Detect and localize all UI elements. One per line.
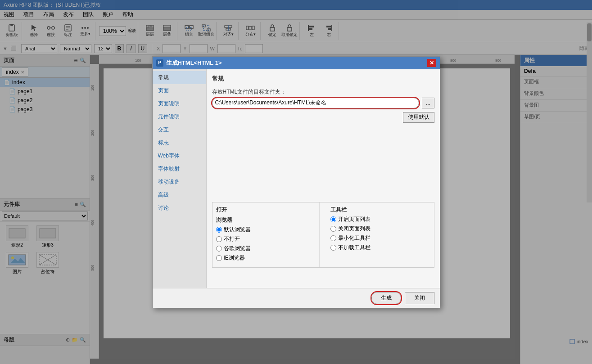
modal-close-x-btn[interactable]: ✕: [427, 59, 436, 67]
radio-default-browser: 默认浏览器: [216, 226, 316, 234]
radio-open-pagelist: 开启页面列表: [330, 216, 430, 223]
modal-toolbar-title: 工具栏: [330, 206, 430, 214]
modal-title: 生成HTML<HTML 1>: [166, 59, 222, 67]
modal-sidebar-logo[interactable]: 标志: [153, 136, 206, 149]
modal-generate-btn[interactable]: 生成: [371, 292, 401, 304]
modal-footer: 生成 关闭: [153, 288, 440, 308]
generate-html-modal: P 生成HTML<HTML 1> ✕ 常规 页面 页面说明 元件说明: [152, 56, 440, 308]
modal-icon: P: [156, 59, 163, 67]
modal-sidebar-page-note[interactable]: 页面说明: [153, 97, 206, 110]
modal-toolbar-group: 工具栏 开启页面列表 关闭页面列表 最小化工具栏: [327, 202, 434, 267]
modal-use-default-btn[interactable]: 使用默认: [403, 112, 434, 123]
modal-sidebar-interaction[interactable]: 交互: [153, 123, 206, 136]
radio-ie: IE浏览器: [216, 254, 316, 262]
modal-path-input[interactable]: [212, 98, 420, 108]
modal-path-row: ...: [212, 98, 434, 108]
modal-section-title: 常规: [212, 75, 434, 83]
modal-sidebar-general[interactable]: 常规: [153, 71, 206, 84]
modal-browse-btn[interactable]: ...: [422, 98, 434, 108]
modal-sidebar: 常规 页面 页面说明 元件说明 交互 标志 Web字体: [153, 69, 207, 288]
modal-title-bar: P 生成HTML<HTML 1> ✕: [153, 57, 440, 69]
modal-sidebar-font-map[interactable]: 字体映射: [153, 162, 206, 175]
modal-overlay: P 生成HTML<HTML 1> ✕ 常规 页面 页面说明 元件说明: [0, 0, 592, 364]
modal-sidebar-advanced[interactable]: 高级: [153, 189, 206, 202]
radio-close-pagelist: 关闭页面列表: [330, 225, 430, 233]
modal-body: 常规 页面 页面说明 元件说明 交互 标志 Web字体: [153, 69, 440, 288]
modal-sidebar-web-font[interactable]: Web字体: [153, 149, 206, 162]
modal-path-label: 存放HTML文件的目标文件夹：: [212, 88, 434, 96]
modal-browser-group: 打开 浏览器 默认浏览器 不打开 谷歌浏览器: [212, 202, 320, 267]
modal-sidebar-mobile[interactable]: 移动设备: [153, 175, 206, 189]
radio-no-open: 不打开: [216, 235, 316, 243]
modal-sidebar-discuss[interactable]: 讨论: [153, 202, 206, 215]
radio-chrome: 谷歌浏览器: [216, 245, 316, 252]
modal-sidebar-page[interactable]: 页面: [153, 84, 206, 97]
modal-open-title: 打开: [216, 206, 316, 214]
radio-no-toolbar: 不加载工具栏: [330, 244, 430, 252]
radio-minimize-toolbar: 最小化工具栏: [330, 234, 430, 242]
modal-open-section: 打开 浏览器 默认浏览器 不打开 谷歌浏览器: [212, 202, 434, 268]
modal-sidebar-widget-note[interactable]: 元件说明: [153, 110, 206, 123]
modal-content: 常规 存放HTML文件的目标文件夹： ... 使用默认: [207, 69, 440, 288]
modal-browser-title: 浏览器: [216, 216, 316, 224]
modal-close-btn[interactable]: 关闭: [405, 292, 434, 304]
